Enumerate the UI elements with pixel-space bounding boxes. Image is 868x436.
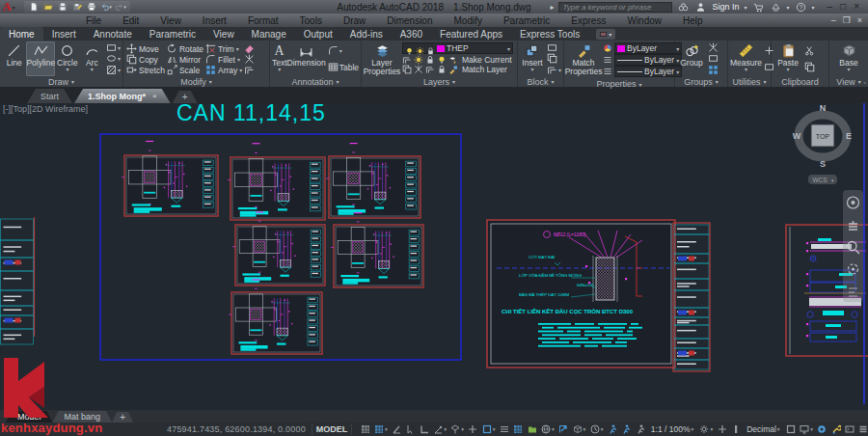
cut-button[interactable] — [804, 45, 815, 56]
make-current-button[interactable]: Make Current — [462, 55, 512, 65]
transparency-toggle[interactable] — [511, 423, 525, 435]
panel-label-groups[interactable]: Groups▾ — [675, 76, 727, 87]
menu-window[interactable]: Window — [616, 14, 672, 27]
copy-button[interactable]: Copy — [126, 54, 165, 65]
search-binoculars-icon[interactable] — [677, 1, 690, 13]
layer-select[interactable]: THEP ▾ — [402, 42, 513, 54]
model-space-button[interactable]: MODEL — [312, 423, 353, 435]
close-button[interactable]: × — [854, 2, 859, 12]
circle-button[interactable]: Circle ▾ — [55, 41, 79, 76]
explode-button[interactable] — [244, 54, 255, 65]
viewcube[interactable]: NWESTOPWCS▾ — [793, 103, 852, 184]
rotate-button[interactable]: Rotate — [167, 43, 203, 54]
layer-off-icon[interactable] — [402, 55, 412, 65]
save-as-button[interactable] — [71, 1, 83, 13]
ribbon-tab-a360[interactable]: A360 — [392, 27, 431, 41]
minimize-button[interactable]: – — [827, 2, 833, 12]
ribbon-pin-icon[interactable]: ▫ — [864, 79, 866, 86]
new-file-button[interactable] — [28, 1, 40, 13]
3d-osnap-toggle[interactable]: ▾ — [539, 423, 556, 435]
menu-edit[interactable]: Edit — [112, 14, 149, 27]
viewcube-top-face[interactable]: TOP — [816, 133, 830, 140]
layer-walk-icon[interactable] — [402, 65, 412, 74]
ribbon-display-toggle[interactable]: ▾ — [596, 29, 615, 40]
gizmo-toggle[interactable] — [606, 423, 619, 435]
menu-insert[interactable]: Insert — [192, 14, 237, 27]
polyline-button[interactable]: Polyline — [26, 41, 55, 76]
doc-restore-button[interactable]: ❐ — [843, 16, 851, 25]
ribbon-tab-home[interactable]: Home — [0, 27, 43, 41]
block-create-button[interactable] — [547, 53, 561, 64]
layer-unlock-icon[interactable] — [437, 55, 447, 65]
new-layout-tab-button[interactable]: + — [112, 412, 133, 422]
layer-delete-icon[interactable] — [437, 65, 447, 74]
ribbon-tab-output[interactable]: Output — [295, 27, 341, 41]
application-menu-button[interactable]: A ▾ — [0, 0, 18, 14]
menu-help[interactable]: Help — [672, 14, 714, 27]
menu-format[interactable]: Format — [237, 14, 289, 27]
panel-label-block[interactable]: Block▾ — [518, 76, 563, 87]
lineweight-toggle[interactable] — [498, 423, 511, 435]
ribbon-tab-parametric[interactable]: Parametric — [141, 27, 204, 41]
menu-file[interactable]: File — [75, 14, 112, 27]
trim-button[interactable]: Trim▾ — [205, 43, 242, 54]
make-current-icon[interactable] — [448, 55, 458, 65]
osnap-tracking-toggle[interactable] — [466, 423, 479, 435]
quick-properties-toggle[interactable] — [784, 423, 798, 435]
menu-view[interactable]: View — [149, 14, 192, 27]
arc-button[interactable]: Arc ▾ — [80, 41, 104, 76]
undo-button[interactable]: ▾ — [100, 1, 112, 13]
isodraft-toggle[interactable]: ▾ — [448, 423, 466, 435]
snap-mode-toggle[interactable] — [358, 423, 371, 435]
file-tab-close-icon[interactable]: × — [152, 92, 157, 100]
group-button[interactable]: Group — [677, 41, 706, 76]
hatch-button[interactable]: ▾ — [106, 65, 121, 75]
doc-close-button[interactable]: × — [857, 16, 862, 25]
panel-label-layers[interactable]: Layers▾ — [362, 76, 517, 87]
paste-button[interactable]: Paste ▾ — [773, 41, 802, 76]
file-tab-1-shop-mong-[interactable]: 1.Shop Mong*× — [74, 89, 171, 103]
rectangle-button[interactable]: ▾ — [106, 42, 121, 53]
panel-label-modify[interactable]: Modify▾ — [123, 76, 269, 87]
match-layer-icon[interactable] — [448, 65, 458, 74]
leader-button[interactable]: ▾ — [328, 45, 359, 56]
performance-tuner-toggle[interactable] — [828, 423, 842, 435]
layer-vpfreeze-icon[interactable] — [414, 65, 423, 74]
viewcube-east[interactable]: E — [846, 131, 852, 141]
match-layer-button[interactable]: Match Layer — [462, 65, 507, 74]
save-button[interactable] — [57, 1, 68, 13]
polar-tracking-toggle[interactable]: ▾ — [431, 423, 448, 435]
units-control[interactable]: Decimal▾ — [743, 423, 783, 435]
help-caret-icon[interactable]: ▾ — [812, 4, 815, 11]
insert-button[interactable]: Insert ▾ — [520, 41, 545, 76]
open-file-button[interactable] — [42, 1, 54, 13]
redo-button[interactable]: ▾ — [115, 1, 126, 13]
menu-draw[interactable]: Draw — [333, 14, 376, 27]
line-button[interactable]: Line — [2, 41, 26, 76]
isolate-objects-toggle[interactable] — [729, 423, 743, 435]
navigation-bar[interactable] — [843, 190, 863, 302]
viewport-controls[interactable]: [-][Top][2D Wireframe] — [3, 104, 88, 114]
table-button[interactable]: Table — [328, 62, 359, 72]
annotation-monitor-toggle[interactable] — [715, 423, 728, 435]
group-selection-toggle[interactable] — [708, 65, 719, 75]
panel-label-utilities[interactable]: Utilities▾ — [728, 76, 771, 87]
layout-tab-model[interactable]: Model — [6, 411, 53, 422]
layer-merge-icon[interactable] — [425, 65, 435, 74]
menu-modify[interactable]: Modify — [444, 14, 493, 27]
file-tab-start[interactable]: Start — [27, 89, 72, 103]
plot-button[interactable] — [86, 1, 97, 13]
ellipse-button[interactable]: ▾ — [106, 53, 121, 64]
customization-toggle[interactable] — [856, 423, 868, 435]
dynamic-ucs-toggle[interactable]: ▾ — [570, 423, 587, 435]
copy-clip-button[interactable] — [804, 62, 815, 72]
ribbon-tab-insert[interactable]: Insert — [43, 27, 85, 41]
panel-label-annotation[interactable]: Annotation▾ — [270, 76, 361, 87]
autodesk-exchange-icon[interactable] — [770, 1, 782, 13]
lock-ui-toggle[interactable]: ▾ — [798, 423, 815, 435]
layer-freeze-icon[interactable] — [425, 55, 435, 65]
lineweight-select[interactable]: ByLayer▾ — [614, 54, 682, 66]
drawing-area[interactable]: [-][Top][2D Wireframe] CĂN 11,14,15 6Ø12… — [0, 103, 868, 410]
doc-minimize-button[interactable]: – — [831, 16, 836, 25]
maximize-button[interactable]: □ — [840, 2, 846, 12]
